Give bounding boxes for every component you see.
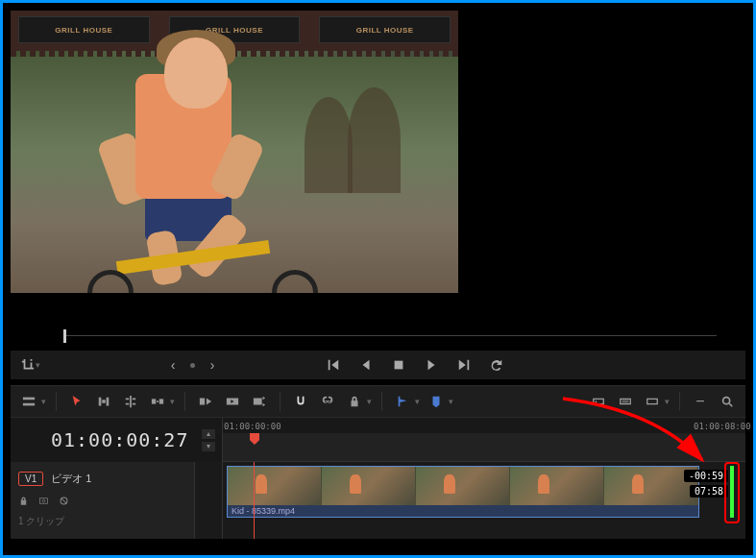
clip-filename: Kid - 85339.mp4 (228, 505, 698, 517)
insert-tool-icon[interactable] (147, 391, 168, 412)
timeline-ruler[interactable]: 01:00:00:00 01:00:08:00 (222, 418, 745, 462)
clip-thumbnail (416, 467, 510, 507)
stop-icon[interactable] (391, 357, 406, 373)
crop-tool-icon[interactable] (20, 357, 36, 373)
transport-bar: ▾ ‹ › (11, 351, 745, 379)
timeline-view-icon[interactable] (18, 391, 39, 412)
svg-rect-7 (254, 399, 262, 405)
chevron-down-icon[interactable]: ▾ (367, 397, 372, 406)
ruler-tick-label: 01:00:00:00 (224, 422, 281, 431)
go-end-icon[interactable] (456, 357, 472, 373)
preview-frame[interactable]: GRILL HOUSE GRILL HOUSE GRILL HOUSE (11, 11, 458, 293)
svg-rect-2 (23, 403, 35, 406)
track-lock-icon[interactable] (18, 496, 29, 508)
zoom-out-icon[interactable]: − (690, 391, 711, 412)
scene-sign: GRILL HOUSE (18, 16, 150, 43)
lock-icon[interactable] (344, 391, 365, 412)
timeline-ruler-row: 01:00:00:27 ▴ ▾ 01:00:00:00 01:00:08:00 (11, 418, 745, 462)
clip-trim-handle[interactable] (730, 466, 734, 518)
track-disable-icon[interactable] (59, 496, 69, 508)
clip-thumbnail (510, 467, 604, 507)
snap-icon[interactable] (290, 391, 311, 412)
chevron-down-icon[interactable]: ▾ (665, 397, 670, 406)
svg-rect-1 (23, 398, 35, 400)
flag-icon[interactable] (392, 391, 413, 412)
viewer-scrubber[interactable] (11, 326, 745, 345)
master-timecode[interactable]: 01:00:00:27 (51, 428, 188, 451)
trim-total-badge: 07:58 (690, 485, 728, 497)
next-marker-icon[interactable]: › (205, 357, 220, 373)
trim-tool-icon[interactable] (93, 391, 114, 412)
play-icon[interactable] (424, 357, 439, 373)
edit-toolbar: ▾ ▾ ▾ ▾ ▾ ▾ − (11, 385, 745, 418)
zoom-custom-icon[interactable] (642, 391, 663, 412)
trim-remaining-badge: -00:59 (684, 470, 728, 482)
track-name: ビデオ 1 (51, 472, 91, 486)
svg-rect-0 (395, 361, 403, 370)
insert-clip-icon[interactable] (195, 391, 216, 412)
loop-icon[interactable] (489, 357, 504, 373)
link-icon[interactable] (317, 391, 338, 412)
playhead-line[interactable] (254, 462, 255, 539)
svg-point-14 (42, 499, 45, 502)
svg-rect-4 (159, 399, 163, 403)
chevron-down-icon[interactable]: ▾ (170, 397, 175, 406)
viewer-panel: GRILL HOUSE GRILL HOUSE GRILL HOUSE (11, 11, 458, 293)
clip-thumbnail (322, 467, 416, 507)
step-back-icon[interactable] (358, 357, 374, 373)
track-auto-icon[interactable] (38, 496, 49, 508)
replace-clip-icon[interactable] (249, 391, 270, 412)
track-badge[interactable]: V1 (18, 472, 43, 486)
svg-rect-13 (39, 497, 47, 503)
clip-thumbnail (228, 467, 322, 507)
chevron-down-icon[interactable]: ▾ (36, 360, 40, 370)
zoom-detail-icon[interactable] (615, 391, 636, 412)
track-zoom-down-icon[interactable]: ▾ (202, 442, 215, 451)
svg-point-9 (596, 400, 597, 402)
scene-sign: GRILL HOUSE (319, 16, 451, 43)
zoom-fit-icon[interactable] (588, 391, 609, 412)
scrubber-handle[interactable] (63, 329, 66, 343)
svg-rect-8 (594, 399, 604, 403)
ruler-tick-label: 01:00:08:00 (694, 422, 751, 431)
clip-count-label: 1 クリップ (18, 515, 186, 528)
svg-rect-5 (200, 399, 205, 405)
chevron-down-icon[interactable]: ▾ (449, 397, 453, 406)
video-track-lane[interactable]: Kid - 85339.mp4 -00:59 07:58 (222, 462, 745, 539)
selection-tool-icon[interactable] (66, 391, 87, 412)
track-header[interactable]: V1 ビデオ 1 1 クリップ (11, 462, 195, 539)
svg-rect-11 (647, 399, 658, 403)
search-icon[interactable] (717, 391, 738, 412)
marker-dot-icon (190, 363, 195, 368)
timeline-tracks: V1 ビデオ 1 1 クリップ Kid - 85339.mp4 -00:59 0… (11, 462, 745, 539)
svg-rect-10 (621, 399, 631, 403)
prev-marker-icon[interactable]: ‹ (165, 357, 181, 373)
blade-tool-icon[interactable] (120, 391, 141, 412)
chevron-down-icon[interactable]: ▾ (41, 397, 46, 406)
go-start-icon[interactable] (326, 357, 341, 373)
overwrite-clip-icon[interactable] (222, 391, 243, 412)
chevron-down-icon[interactable]: ▾ (415, 397, 420, 406)
svg-rect-3 (152, 399, 156, 403)
track-zoom-up-icon[interactable]: ▴ (202, 429, 215, 439)
svg-point-12 (723, 398, 730, 404)
marker-icon[interactable] (426, 391, 447, 412)
video-clip[interactable]: Kid - 85339.mp4 (227, 466, 699, 518)
